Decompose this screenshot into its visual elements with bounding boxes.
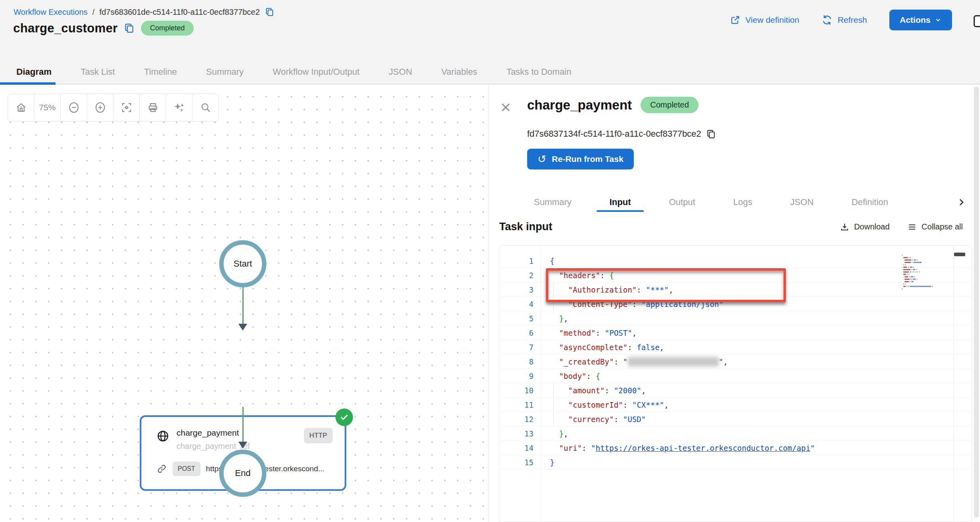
print-button[interactable] [140,94,166,121]
code-line-1: 1{ [499,254,972,268]
clipped-edge-element [974,15,980,27]
task-node-name: charge_payment [177,428,250,438]
tab-task-list[interactable]: Task List [81,67,115,77]
line-number: 15 [499,455,534,470]
refresh-icon [821,14,833,26]
zoom-out-icon [67,101,80,114]
task-tab-logs[interactable]: Logs [733,197,752,207]
uri-link[interactable]: https://orkes-api-tester.orkesconductor.… [595,444,810,452]
download-label: Download [854,222,890,231]
line-number: 10 [499,383,534,398]
rerun-from-task-button[interactable]: ↺ Re-Run from Task [527,149,634,169]
fit-to-screen-icon [121,102,133,114]
printer-icon [147,102,159,114]
task-type-badge: HTTP [304,428,333,443]
copy-icon[interactable] [706,129,716,139]
task-input-code-viewer[interactable]: 1{2 "headers": {3 "Authorization": "***"… [499,245,972,522]
actions-button[interactable]: Actions [889,10,952,30]
line-number: 9 [499,369,534,383]
refresh-button[interactable]: Refresh [821,14,867,26]
code-line-6: 6 "method": "POST", [499,326,972,340]
code-line-9: 9 "body": { [499,369,972,383]
tab-variables[interactable]: Variables [441,67,477,77]
link-icon [157,464,167,474]
collapse-all-icon [907,222,917,232]
task-tab-input[interactable]: Input [609,197,631,207]
line-number: 2 [499,268,534,283]
tab-workflow-input-output[interactable]: Workflow Input/Output [273,67,359,77]
line-number: 4 [499,297,534,311]
close-panel-button[interactable]: ✕ [500,101,512,114]
breadcrumb-separator: / [92,8,95,17]
breadcrumb-workflow-executions-link[interactable]: Workflow Executions [14,8,87,17]
external-link-icon [730,15,740,25]
line-number: 8 [499,355,534,369]
breadcrumb: Workflow Executions / fd7s683601de-c514-… [14,7,274,17]
tab-overflow-chevron-right-icon[interactable] [956,197,966,207]
zoom-level-indicator[interactable]: 75% [34,94,61,121]
code-line-15: 15} [499,455,972,470]
search-icon [200,102,212,114]
tab-json[interactable]: JSON [389,67,412,77]
copy-icon[interactable] [265,7,274,17]
refresh-label: Refresh [837,15,867,25]
chevron-down-icon [934,16,942,24]
task-status-badge: Completed [641,97,698,113]
tab-tasks-to-domain[interactable]: Tasks to Domain [506,67,571,77]
zoom-in-button[interactable] [87,94,113,121]
task-input-heading: Task input [499,221,552,233]
code-line-3: 3 "Authorization": "***", [499,283,972,297]
page-scrollbar-thumb[interactable] [974,87,979,518]
zoom-out-button[interactable] [61,94,87,121]
diagram-toolbar: 75% [8,94,219,122]
view-definition-label: View definition [745,15,799,25]
home-icon [15,102,27,114]
main-tab-bar: DiagramTask ListTimelineSummaryWorkflow … [16,60,571,84]
tab-diagram[interactable]: Diagram [16,67,52,77]
code-line-10: 10 "amount": "2000", [499,383,972,398]
collapse-all-label: Collapse all [922,222,963,231]
fit-to-screen-button[interactable] [113,94,140,121]
task-tab-definition[interactable]: Definition [851,197,888,207]
download-button[interactable]: Download [840,222,890,232]
task-success-check-icon [335,408,353,426]
page-header: Workflow Executions / fd7s683601de-c514-… [0,0,980,84]
task-detail-panel: ✕ charge_payment Completed fd7s6837134f-… [488,85,973,522]
workflow-diagram-canvas[interactable]: 75% Start charge_payme [0,85,488,522]
task-tab-json[interactable]: JSON [790,197,814,207]
line-number: 13 [499,426,534,441]
task-tab-output[interactable]: Output [669,197,695,207]
download-icon [840,222,849,232]
code-line-13: 13 }, [499,426,972,441]
tab-timeline[interactable]: Timeline [144,67,177,77]
redacted-value [628,357,719,367]
code-scrollbar-thumb[interactable] [954,253,965,256]
code-line-4: 4 "Content-Type": "application/json" [499,297,972,311]
code-line-8: 8 "_createdBy": "", [499,355,972,369]
start-node[interactable]: Start [219,240,266,287]
line-number: 1 [499,254,534,268]
view-definition-button[interactable]: View definition [730,15,799,25]
line-number: 14 [499,441,534,455]
collapse-all-button[interactable]: Collapse all [907,222,963,232]
sparkles-icon [173,101,186,114]
task-title: charge_payment [527,98,632,113]
tab-summary[interactable]: Summary [206,67,244,77]
copy-icon[interactable] [124,23,135,34]
end-node-label: End [235,468,250,478]
task-tab-summary[interactable]: Summary [534,197,571,207]
search-button[interactable] [192,94,218,121]
home-button[interactable] [8,94,34,121]
actions-label: Actions [900,15,930,25]
ai-assist-button[interactable] [166,94,192,121]
code-minimap[interactable] [902,255,950,291]
start-node-label: Start [234,259,252,269]
arrowhead-icon [238,324,247,331]
page-scrollbar[interactable] [973,85,980,522]
rerun-icon: ↺ [538,155,546,163]
end-node[interactable]: End [219,450,266,497]
minimap-divider [953,246,954,522]
edge-task-to-end [242,407,244,442]
zoom-in-icon [94,101,107,114]
zoom-level-label: 75% [39,103,56,112]
